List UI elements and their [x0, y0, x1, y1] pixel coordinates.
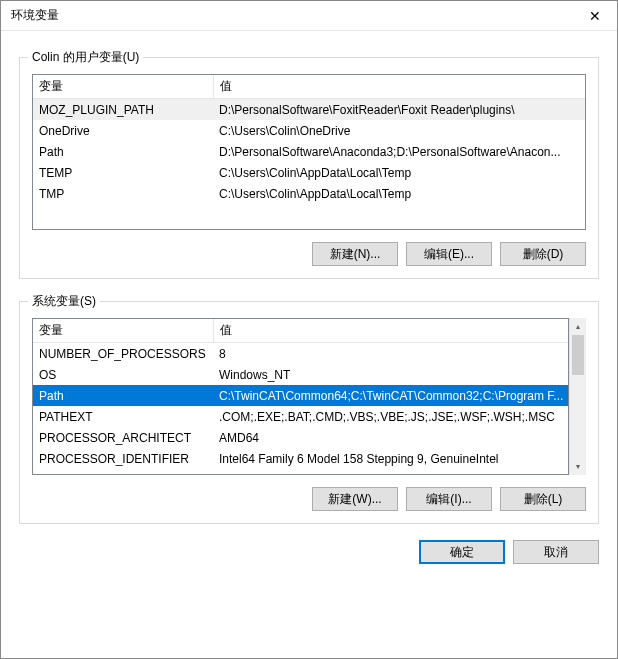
- var-value: 8: [213, 347, 568, 361]
- dialog-body: Colin 的用户变量(U) 变量 值 MOZ_PLUGIN_PATH D:\P…: [1, 31, 617, 578]
- var-value: Windows_NT: [213, 368, 568, 382]
- var-value: C:\Users\Colin\AppData\Local\Temp: [213, 187, 585, 201]
- var-name: OneDrive: [33, 124, 213, 138]
- table-row[interactable]: TEMP C:\Users\Colin\AppData\Local\Temp: [33, 162, 585, 183]
- table-row[interactable]: PROCESSOR_ARCHITECT AMD64: [33, 427, 568, 448]
- system-vars-body[interactable]: NUMBER_OF_PROCESSORS 8 OS Windows_NT Pat…: [33, 343, 568, 474]
- table-row[interactable]: NUMBER_OF_PROCESSORS 8: [33, 343, 568, 364]
- var-name: PATHEXT: [33, 410, 213, 424]
- table-row[interactable]: PROCESSOR_IDENTIFIER Intel64 Family 6 Mo…: [33, 448, 568, 469]
- var-name: TEMP: [33, 166, 213, 180]
- var-name: PROCESSOR_LEVEL: [33, 473, 213, 475]
- system-vars-group: 系统变量(S) 变量 值 NUMBER_OF_PROCESSORS 8: [19, 301, 599, 524]
- var-value: D:\PersonalSoftware\Anaconda3;D:\Persona…: [213, 145, 585, 159]
- cancel-button[interactable]: 取消: [513, 540, 599, 564]
- system-edit-button[interactable]: 编辑(I)...: [406, 487, 492, 511]
- ok-button[interactable]: 确定: [419, 540, 505, 564]
- system-vars-scrollbar[interactable]: ▴ ▾: [569, 318, 586, 475]
- close-icon: ✕: [589, 8, 601, 24]
- system-delete-button[interactable]: 删除(L): [500, 487, 586, 511]
- scroll-down-icon[interactable]: ▾: [570, 458, 586, 475]
- table-row[interactable]: PROCESSOR_LEVEL 6: [33, 469, 568, 474]
- var-value: Intel64 Family 6 Model 158 Stepping 9, G…: [213, 452, 568, 466]
- titlebar[interactable]: 环境变量 ✕: [1, 1, 617, 31]
- table-row[interactable]: PATHEXT .COM;.EXE;.BAT;.CMD;.VBS;.VBE;.J…: [33, 406, 568, 427]
- user-vars-legend: Colin 的用户变量(U): [28, 49, 143, 66]
- scroll-track[interactable]: [570, 335, 586, 458]
- var-value: AMD64: [213, 431, 568, 445]
- user-vars-buttons: 新建(N)... 编辑(E)... 删除(D): [32, 242, 586, 266]
- system-new-button[interactable]: 新建(W)...: [312, 487, 398, 511]
- user-delete-button[interactable]: 删除(D): [500, 242, 586, 266]
- scroll-thumb[interactable]: [572, 335, 584, 375]
- window-title: 环境变量: [11, 7, 572, 24]
- user-vars-group: Colin 的用户变量(U) 变量 值 MOZ_PLUGIN_PATH D:\P…: [19, 57, 599, 279]
- system-vars-header[interactable]: 变量 值: [33, 319, 568, 343]
- var-name: PROCESSOR_IDENTIFIER: [33, 452, 213, 466]
- user-header-name[interactable]: 变量: [33, 78, 213, 95]
- var-name: OS: [33, 368, 213, 382]
- user-vars-body[interactable]: MOZ_PLUGIN_PATH D:\PersonalSoftware\Foxi…: [33, 99, 585, 229]
- close-button[interactable]: ✕: [572, 1, 617, 31]
- var-name: TMP: [33, 187, 213, 201]
- dialog-buttons: 确定 取消: [19, 540, 599, 564]
- system-vars-buttons: 新建(W)... 编辑(I)... 删除(L): [32, 487, 586, 511]
- table-row[interactable]: TMP C:\Users\Colin\AppData\Local\Temp: [33, 183, 585, 204]
- var-name: Path: [33, 389, 213, 403]
- var-value: D:\PersonalSoftware\FoxitReader\Foxit Re…: [213, 103, 585, 117]
- user-header-value[interactable]: 值: [214, 78, 585, 95]
- user-new-button[interactable]: 新建(N)...: [312, 242, 398, 266]
- var-name: Path: [33, 145, 213, 159]
- table-row[interactable]: MOZ_PLUGIN_PATH D:\PersonalSoftware\Foxi…: [33, 99, 585, 120]
- user-vars-list[interactable]: 变量 值 MOZ_PLUGIN_PATH D:\PersonalSoftware…: [32, 74, 586, 230]
- var-value: .COM;.EXE;.BAT;.CMD;.VBS;.VBE;.JS;.JSE;.…: [213, 410, 568, 424]
- system-vars-legend: 系统变量(S): [28, 293, 100, 310]
- var-value: C:\TwinCAT\Common64;C:\TwinCAT\Common32;…: [213, 389, 568, 403]
- var-value: C:\Users\Colin\OneDrive: [213, 124, 585, 138]
- var-name: PROCESSOR_ARCHITECT: [33, 431, 213, 445]
- var-value: C:\Users\Colin\AppData\Local\Temp: [213, 166, 585, 180]
- var-name: MOZ_PLUGIN_PATH: [33, 103, 213, 117]
- table-row[interactable]: Path D:\PersonalSoftware\Anaconda3;D:\Pe…: [33, 141, 585, 162]
- var-name: NUMBER_OF_PROCESSORS: [33, 347, 213, 361]
- system-vars-list[interactable]: 变量 值 NUMBER_OF_PROCESSORS 8 OS Windows_N…: [32, 318, 569, 475]
- table-row[interactable]: OneDrive C:\Users\Colin\OneDrive: [33, 120, 585, 141]
- scroll-up-icon[interactable]: ▴: [570, 318, 586, 335]
- env-vars-dialog: 环境变量 ✕ Colin 的用户变量(U) 变量 值 MOZ_PLUGIN_PA…: [0, 0, 618, 659]
- user-vars-header[interactable]: 变量 值: [33, 75, 585, 99]
- var-value: 6: [213, 473, 568, 475]
- system-header-value[interactable]: 值: [214, 322, 568, 339]
- table-row[interactable]: Path C:\TwinCAT\Common64;C:\TwinCAT\Comm…: [33, 385, 568, 406]
- system-header-name[interactable]: 变量: [33, 322, 213, 339]
- user-edit-button[interactable]: 编辑(E)...: [406, 242, 492, 266]
- table-row[interactable]: OS Windows_NT: [33, 364, 568, 385]
